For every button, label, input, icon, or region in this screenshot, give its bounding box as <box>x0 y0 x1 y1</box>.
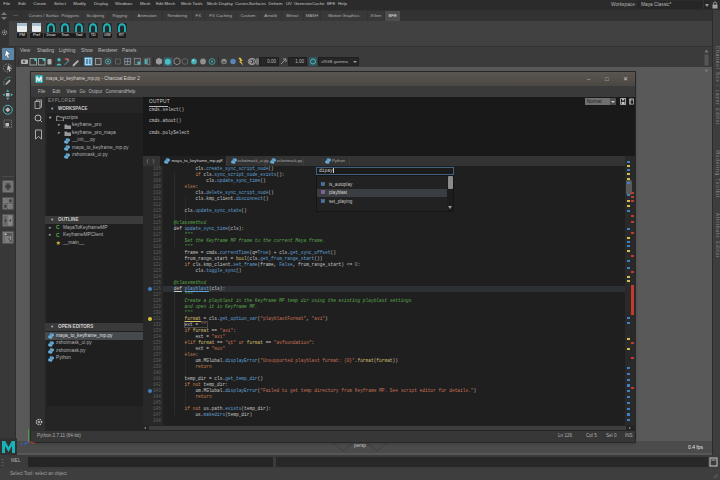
svg-text:z: z <box>21 442 24 447</box>
